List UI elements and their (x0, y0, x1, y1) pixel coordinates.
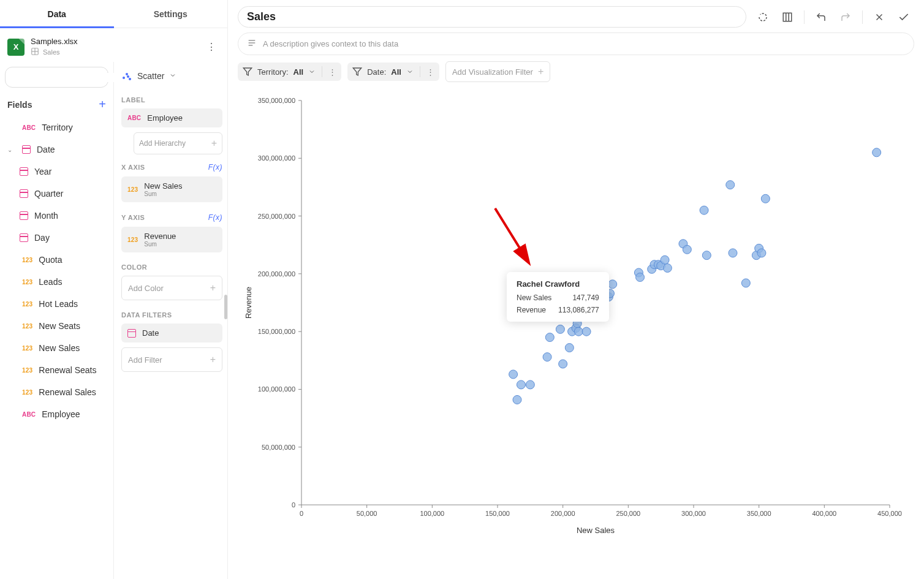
scatter-point[interactable] (556, 325, 564, 333)
scatter-point[interactable] (526, 380, 534, 389)
chevron-down-icon (406, 68, 414, 75)
tab-data[interactable]: Data (0, 0, 114, 28)
scatter-point[interactable] (741, 279, 750, 287)
field-item-month[interactable]: Month (0, 205, 113, 227)
fx-button-y[interactable]: F(x) (208, 213, 222, 222)
scatter-point[interactable] (663, 263, 672, 272)
svg-text:450,000: 450,000 (877, 510, 902, 517)
abc-icon: ABC (127, 115, 141, 121)
scatter-point[interactable] (543, 353, 551, 361)
scatter-point[interactable] (757, 249, 766, 257)
scatter-point[interactable] (636, 273, 645, 282)
svg-text:50,000,000: 50,000,000 (262, 444, 295, 451)
num-icon: 123 (127, 186, 138, 193)
add-viz-filter-button[interactable]: Add Visualization Filter + (445, 61, 550, 82)
refresh-icon[interactable] (752, 7, 773, 28)
svg-text:100,000,000: 100,000,000 (258, 385, 295, 393)
filter-chip-territory[interactable]: Territory: All ⋮ (238, 62, 341, 81)
svg-marker-13 (243, 68, 251, 75)
field-item-territory[interactable]: ABCTerritory (0, 116, 113, 138)
scatter-point[interactable] (729, 249, 737, 257)
datafilter-chip-date[interactable]: Date (121, 324, 222, 342)
svg-text:300,000,000: 300,000,000 (258, 154, 295, 162)
filter-chip-menu-icon[interactable]: ⋮ (328, 67, 336, 77)
scatter-point[interactable] (582, 327, 591, 336)
add-color-placeholder[interactable]: Add Color + (121, 276, 222, 300)
datapoint-tooltip: Rachel Crawford New Sales147,749 Revenue… (507, 272, 609, 322)
description-menu-icon (247, 38, 257, 50)
svg-text:0: 0 (300, 510, 303, 517)
tab-settings-label: Settings (154, 9, 187, 19)
fields-search-input[interactable] (15, 73, 118, 82)
field-item-employee[interactable]: ABCEmployee (0, 403, 113, 425)
scatter-point[interactable] (873, 148, 881, 157)
xaxis-chip-newsales[interactable]: 123 New Sales Sum (121, 176, 222, 202)
svg-text:New Sales: New Sales (577, 526, 615, 535)
yaxis-chip-text: Revenue (144, 232, 176, 241)
field-item-leads[interactable]: 123Leads (0, 271, 113, 293)
scrollbar-thumb[interactable] (224, 295, 227, 319)
title-bar: Sales (228, 0, 924, 29)
close-icon[interactable] (869, 7, 890, 28)
svg-marker-14 (354, 68, 362, 75)
scatter-point[interactable] (545, 333, 554, 342)
xaxis-chip-text: New Sales (144, 181, 182, 191)
add-field-icon[interactable]: + (99, 97, 106, 112)
add-datafilter-placeholder[interactable]: Add Filter + (121, 347, 222, 372)
scatter-point[interactable] (517, 380, 525, 389)
datasource-menu-icon[interactable]: ⋮ (203, 37, 220, 56)
toolbar-divider (862, 10, 863, 24)
scatter-point[interactable] (509, 370, 518, 379)
field-item-renewal-seats[interactable]: 123Renewal Seats (0, 359, 113, 381)
grid-icon[interactable] (777, 7, 798, 28)
scatter-point[interactable] (559, 360, 567, 368)
field-item-hot-leads[interactable]: 123Hot Leads (0, 293, 113, 315)
scatter-point[interactable] (513, 395, 521, 404)
scatter-point[interactable] (608, 280, 617, 289)
scatter-point[interactable] (683, 245, 691, 254)
field-item-quota[interactable]: 123Quota (0, 249, 113, 271)
viz-filters-row: Territory: All ⋮ Date: All ⋮ Add Visuali… (238, 61, 914, 82)
scatter-point[interactable] (702, 251, 711, 260)
description-input[interactable]: A description gives context to this data (238, 32, 914, 55)
scatter-point[interactable] (574, 327, 583, 336)
scatter-point[interactable] (726, 181, 735, 189)
section-label-color: COLOR (121, 257, 222, 276)
chevron-down-icon (169, 71, 176, 81)
add-hierarchy-button[interactable]: Add Hierarchy + (134, 132, 222, 154)
field-item-new-seats[interactable]: 123New Seats (0, 315, 113, 337)
field-item-new-sales[interactable]: 123New Sales (0, 337, 113, 359)
tooltip-row-key: New Sales (517, 293, 551, 302)
yaxis-chip-revenue[interactable]: 123 Revenue Sum (121, 227, 222, 252)
excel-icon: X (7, 39, 25, 56)
viz-title-text: Sales (247, 10, 276, 23)
scatter-point[interactable] (761, 194, 770, 203)
field-item-year[interactable]: Year (0, 161, 113, 183)
fx-button-x[interactable]: F(x) (208, 163, 222, 172)
datafilter-chip-text: Date (142, 328, 159, 338)
field-item-renewal-sales[interactable]: 123Renewal Sales (0, 381, 113, 403)
confirm-icon[interactable] (893, 7, 914, 28)
viz-title-input[interactable]: Sales (238, 6, 746, 28)
fields-search[interactable] (5, 67, 108, 88)
redo-icon[interactable] (835, 7, 856, 28)
chart-type-selector[interactable]: Scatter (121, 68, 222, 90)
field-item-day[interactable]: Day (0, 227, 113, 249)
calendar-icon (127, 329, 136, 338)
scatter-point[interactable] (565, 344, 574, 352)
field-item-date[interactable]: ⌄Date (0, 138, 113, 161)
scatter-icon (121, 70, 132, 81)
filter-icon (243, 67, 252, 77)
scatter-point[interactable] (700, 206, 708, 214)
filter-chip-date[interactable]: Date: All ⋮ (347, 62, 439, 81)
field-item-quarter[interactable]: Quarter (0, 183, 113, 205)
tab-settings[interactable]: Settings (114, 0, 228, 28)
undo-icon[interactable] (811, 7, 831, 28)
svg-text:250,000: 250,000 (616, 510, 640, 517)
chart-area[interactable]: 050,000,000100,000,000150,000,000200,000… (234, 94, 906, 573)
scatter-point[interactable] (661, 255, 669, 264)
tab-data-label: Data (48, 9, 66, 19)
label-chip-employee[interactable]: ABC Employee (121, 108, 222, 127)
label-chip-text: Employee (147, 113, 183, 123)
filter-chip-menu-icon[interactable]: ⋮ (426, 67, 434, 77)
